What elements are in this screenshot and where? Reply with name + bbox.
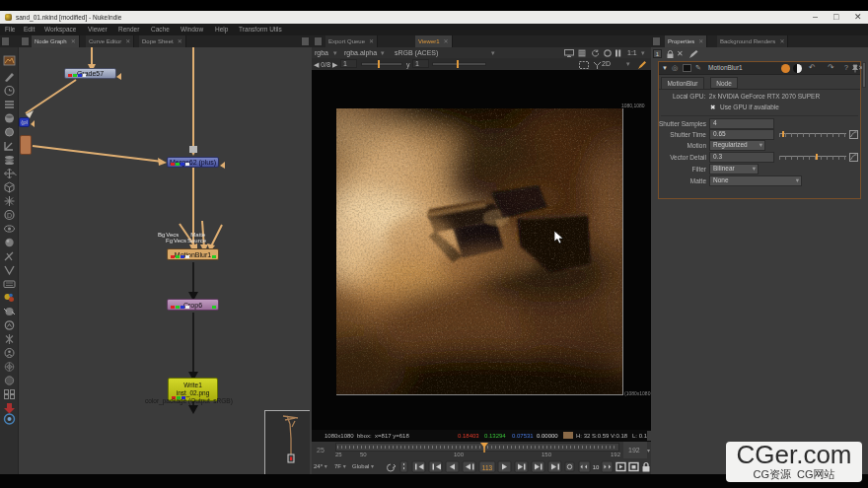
svg-text:D: D	[7, 212, 12, 219]
svg-text:10: 10	[593, 464, 600, 470]
svg-text:113: 113	[482, 464, 493, 471]
